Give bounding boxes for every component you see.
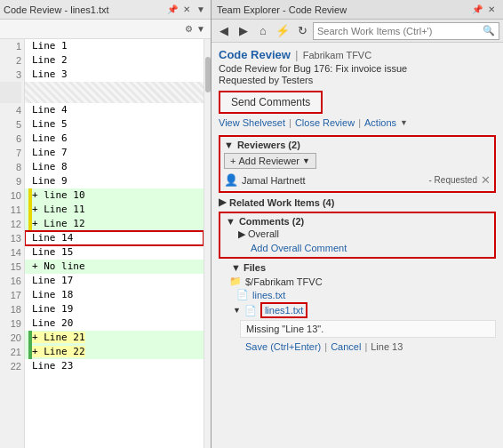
te-separator: | (295, 49, 300, 61)
overall-expand-icon: ▶ (238, 228, 245, 239)
back-button[interactable]: ◀ (215, 22, 233, 40)
reviewer-person-icon: 👤 (224, 173, 238, 187)
line-number: 12 (0, 217, 21, 231)
code-text: + Line 22 (32, 345, 85, 359)
table-row: Line 7 (25, 146, 204, 160)
te-close-icon[interactable]: ✕ (485, 4, 498, 16)
table-row: + Line 12 (25, 217, 204, 231)
cancel-link[interactable]: Cancel (331, 341, 361, 352)
table-row: Line 19 (25, 302, 204, 316)
table-row: Line 3 (25, 68, 204, 82)
vertical-scrollbar[interactable] (204, 39, 211, 448)
dropdown-icon[interactable]: ▼ (195, 4, 207, 16)
forward-button[interactable]: ▶ (235, 22, 252, 40)
code-text: Line 1 (32, 39, 68, 53)
line-numbers: 12345678910111213141516171819202122 (0, 39, 25, 448)
editor-pane: Code Review - lines1.txt 📌 ✕ ▼ ⚙ ▼ 12345… (0, 0, 212, 448)
table-row: Line 1 (25, 39, 204, 53)
line-number (0, 82, 21, 103)
table-row: Line 23 (25, 359, 204, 373)
table-row: Line 2 (25, 53, 204, 68)
line-number: 9 (0, 174, 21, 188)
related-header[interactable]: ▶ Related Work Items (4) (219, 196, 496, 208)
actions-link[interactable]: Actions (364, 117, 396, 128)
line-number: 8 (0, 160, 21, 174)
reviewer-status: - Requested (429, 175, 477, 185)
code-text: + No line (32, 260, 85, 274)
table-row: Line 14 (25, 231, 204, 245)
line-number: 2 (0, 53, 21, 68)
table-row: Line 5 (25, 117, 204, 132)
editor-titlebar-icons: 📌 ✕ ▼ (166, 4, 207, 16)
code-text: Line 20 (32, 316, 73, 331)
settings-icon[interactable]: ⚙ (182, 23, 195, 36)
close-icon[interactable]: ✕ (180, 4, 193, 16)
te-section-title: Code Review (219, 48, 291, 61)
line-number: 11 (0, 203, 21, 217)
table-row: Line 17 (25, 274, 204, 288)
line-number: 14 (0, 245, 21, 260)
folder-icon: 📁 (229, 276, 242, 287)
code-text: + Line 21 (32, 331, 85, 345)
folder-name: $/Fabrikam TFVC (245, 276, 323, 287)
code-text: + line 10 (32, 188, 85, 203)
code-text: + Line 11 (32, 203, 85, 217)
reviewers-title: Reviewers (2) (237, 140, 300, 150)
reviewer-remove-icon[interactable]: ✕ (481, 173, 491, 187)
reviewers-collapse-icon: ▼ (224, 140, 234, 150)
te-titlebar-icons: 📌 ✕ (471, 4, 498, 16)
file-name-lines1[interactable]: lines1.txt (260, 302, 307, 318)
reviewer-name: Jamal Hartnett (242, 175, 426, 186)
add-reviewer-button[interactable]: + Add Reviewer ▼ (224, 153, 316, 169)
pin-icon[interactable]: 📌 (166, 4, 179, 16)
line-number: 13 (0, 231, 21, 245)
change-indicator (28, 82, 32, 103)
lightning-button[interactable]: ⚡ (274, 22, 291, 40)
te-header-section: Code Review | Fabrikam TFVC (219, 48, 496, 61)
search-input[interactable] (317, 26, 481, 36)
view-shelveset-link[interactable]: View Shelveset (219, 117, 285, 128)
dropdown-arrow-icon[interactable]: ▼ (195, 23, 207, 36)
file-name-lines[interactable]: lines.txt (252, 290, 285, 300)
files-arrow-icon: ▼ (231, 262, 241, 273)
comments-header[interactable]: ▼ Comments (2) (226, 216, 489, 227)
code-text: + Line 12 (32, 217, 85, 231)
table-row: + Line 22 (25, 345, 204, 359)
code-text: Line 2 (32, 53, 68, 68)
code-text: Line 17 (32, 274, 73, 288)
reviewers-section: ▼ Reviewers (2) + Add Reviewer ▼ 👤 Jamal… (219, 135, 496, 193)
te-toolbar: ◀ ▶ ⌂ ⚡ ↻ 🔍 (212, 20, 503, 43)
files-title: Files (244, 262, 266, 273)
save-row: Save (Ctrl+Enter) | Cancel | Line 13 (240, 340, 496, 354)
code-text: Line 19 (32, 302, 73, 316)
te-links: View Shelveset | Close Review | Actions … (219, 117, 496, 128)
line-number: 4 (0, 103, 21, 117)
file-expand-icon: ▼ (233, 306, 241, 315)
te-titlebar: Team Explorer - Code Review 📌 ✕ (212, 0, 503, 20)
add-comment-link[interactable]: Add Overall Comment (251, 243, 347, 253)
file-doc-icon-2: 📄 (244, 305, 257, 316)
table-row: Line 15 (25, 245, 204, 260)
reviewers-header[interactable]: ▼ Reviewers (2) (224, 140, 491, 150)
refresh-button[interactable]: ↻ (293, 22, 311, 40)
home-button[interactable]: ⌂ (254, 22, 272, 40)
scrollbar-thumb[interactable] (205, 57, 211, 92)
comments-section: ▼ Comments (2) ▶ Overall Add Overall Com… (219, 212, 496, 259)
add-icon: + (230, 156, 236, 166)
table-row: + line 10 (25, 188, 204, 203)
close-review-link[interactable]: Close Review (295, 117, 355, 128)
search-box[interactable]: 🔍 (313, 22, 499, 40)
add-comment-row: Add Overall Comment (226, 242, 489, 254)
te-pin-icon[interactable]: 📌 (471, 4, 483, 16)
send-comments-button[interactable]: Send Comments (219, 91, 323, 114)
files-header: ▼ Files (219, 262, 496, 273)
te-title: Team Explorer - Code Review (217, 4, 467, 15)
team-explorer-pane: Team Explorer - Code Review 📌 ✕ ◀ ▶ ⌂ ⚡ … (212, 0, 503, 448)
code-text: Line 8 (32, 160, 68, 174)
line-number: 17 (0, 288, 21, 302)
table-row: + Line 21 (25, 331, 204, 345)
code-text: Line 14 (32, 231, 73, 245)
save-link[interactable]: Save (Ctrl+Enter) (245, 341, 321, 352)
overall-label: ▶ Overall (226, 228, 489, 240)
table-row: + Line 11 (25, 203, 204, 217)
